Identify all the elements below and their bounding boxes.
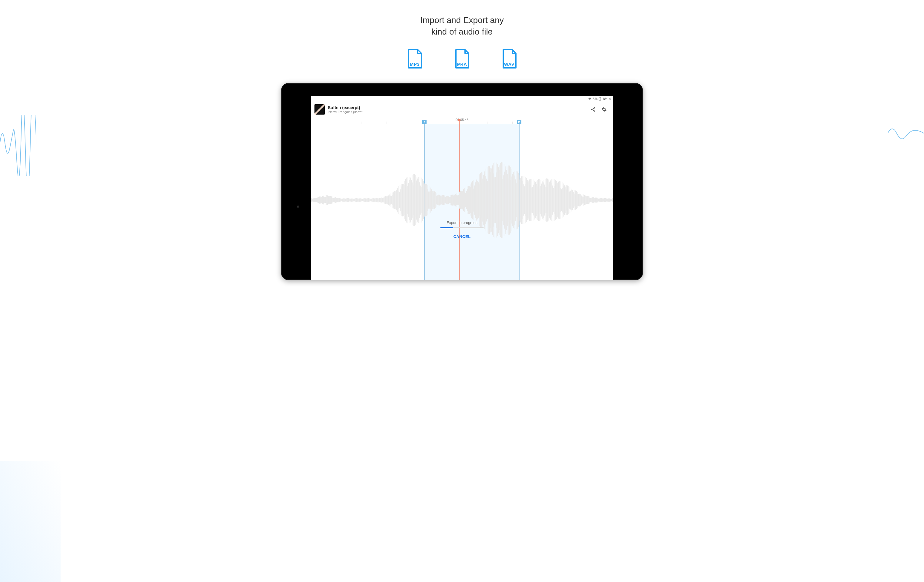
svg-rect-336 xyxy=(510,167,511,233)
svg-rect-125 xyxy=(383,197,384,203)
svg-rect-454 xyxy=(582,194,582,206)
svg-rect-50 xyxy=(338,198,338,202)
timecode-label: 00:05.48 xyxy=(455,118,469,122)
svg-rect-56 xyxy=(341,199,342,201)
svg-rect-29 xyxy=(325,195,325,205)
svg-rect-112 xyxy=(375,198,376,202)
svg-rect-267 xyxy=(469,187,469,214)
svg-rect-35 xyxy=(328,196,329,204)
svg-rect-178 xyxy=(415,183,415,217)
file-mp3-label: MP3 xyxy=(406,61,423,67)
svg-rect-100 xyxy=(368,199,368,202)
svg-rect-6 xyxy=(311,199,312,201)
svg-rect-93 xyxy=(363,199,364,201)
svg-rect-405 xyxy=(552,185,553,215)
svg-rect-344 xyxy=(515,179,516,221)
svg-rect-121 xyxy=(381,198,381,202)
svg-rect-288 xyxy=(482,172,482,228)
svg-rect-351 xyxy=(520,175,520,225)
svg-rect-16 xyxy=(317,197,317,203)
waveform-area[interactable]: A B Export in progress xyxy=(311,124,613,280)
svg-rect-380 xyxy=(537,180,538,220)
svg-rect-281 xyxy=(477,181,478,220)
svg-rect-487 xyxy=(602,198,602,202)
svg-rect-420 xyxy=(561,189,562,211)
svg-rect-186 xyxy=(419,177,420,223)
svg-rect-160 xyxy=(404,181,404,219)
svg-rect-163 xyxy=(406,187,406,213)
svg-rect-127 xyxy=(384,197,385,204)
svg-rect-48 xyxy=(336,198,337,202)
svg-rect-76 xyxy=(353,199,354,202)
svg-rect-136 xyxy=(389,195,390,206)
svg-rect-188 xyxy=(421,178,421,223)
svg-rect-302 xyxy=(490,172,490,228)
svg-rect-246 xyxy=(456,195,457,205)
svg-rect-203 xyxy=(430,188,431,213)
svg-rect-422 xyxy=(562,188,563,212)
svg-rect-411 xyxy=(556,184,556,216)
svg-rect-155 xyxy=(401,184,401,216)
settings-button[interactable] xyxy=(599,104,609,115)
svg-rect-474 xyxy=(594,198,594,202)
svg-rect-167 xyxy=(408,183,409,217)
bg-wave-right xyxy=(888,115,924,152)
svg-rect-335 xyxy=(510,180,510,220)
svg-rect-156 xyxy=(401,187,402,213)
svg-rect-28 xyxy=(324,197,325,203)
cancel-button[interactable]: CANCEL xyxy=(440,234,484,239)
svg-rect-82 xyxy=(357,199,358,202)
svg-rect-47 xyxy=(336,198,336,202)
svg-rect-61 xyxy=(344,198,345,202)
selection-handle-b[interactable]: B xyxy=(517,120,521,124)
svg-rect-445 xyxy=(576,191,577,209)
status-clock: 18:14 xyxy=(602,97,611,101)
svg-rect-193 xyxy=(424,184,424,215)
svg-rect-296 xyxy=(486,179,487,221)
svg-rect-449 xyxy=(579,193,579,207)
svg-rect-467 xyxy=(589,197,590,204)
svg-rect-184 xyxy=(418,177,419,223)
track-info: Soften (excerpt) Pierre François Quartet xyxy=(328,105,588,114)
svg-rect-52 xyxy=(339,198,339,202)
svg-rect-480 xyxy=(597,198,598,202)
svg-rect-297 xyxy=(487,167,487,233)
svg-rect-322 xyxy=(502,179,503,221)
svg-rect-350 xyxy=(519,179,520,220)
svg-rect-360 xyxy=(525,177,526,223)
track-artist: Pierre François Quartet xyxy=(328,110,588,114)
svg-rect-383 xyxy=(539,188,539,212)
svg-rect-478 xyxy=(596,198,597,202)
svg-rect-310 xyxy=(495,162,495,238)
svg-rect-262 xyxy=(465,187,466,213)
svg-rect-465 xyxy=(588,197,589,204)
svg-rect-36 xyxy=(329,196,330,204)
selection-handle-a[interactable]: A xyxy=(422,120,427,124)
svg-rect-97 xyxy=(366,198,366,202)
svg-rect-245 xyxy=(455,194,456,207)
svg-rect-301 xyxy=(489,166,490,234)
svg-rect-177 xyxy=(414,174,415,226)
svg-rect-94 xyxy=(364,198,365,202)
svg-rect-60 xyxy=(343,198,344,202)
app-bar: Soften (excerpt) Pierre François Quartet xyxy=(311,102,613,117)
svg-rect-54 xyxy=(340,199,340,201)
svg-rect-393 xyxy=(545,179,545,221)
svg-rect-65 xyxy=(346,199,347,201)
svg-rect-123 xyxy=(382,197,382,203)
svg-rect-18 xyxy=(318,197,319,203)
svg-rect-95 xyxy=(365,198,365,201)
svg-rect-195 xyxy=(425,184,426,217)
timeline-ruler[interactable] xyxy=(311,122,613,124)
svg-rect-338 xyxy=(512,169,512,231)
svg-rect-62 xyxy=(345,198,345,202)
svg-rect-458 xyxy=(584,195,585,205)
svg-rect-165 xyxy=(407,186,408,214)
share-button[interactable] xyxy=(588,104,599,115)
svg-rect-238 xyxy=(451,195,452,205)
svg-rect-158 xyxy=(403,184,403,217)
svg-rect-146 xyxy=(395,191,396,210)
svg-rect-403 xyxy=(551,183,551,217)
svg-rect-196 xyxy=(426,186,426,214)
svg-rect-489 xyxy=(603,198,604,202)
